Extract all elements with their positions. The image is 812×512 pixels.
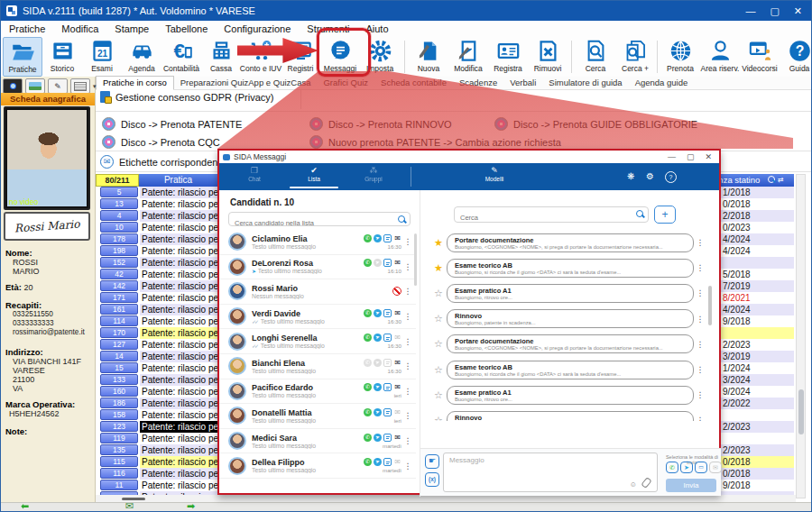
next-record-icon[interactable]: ➡	[187, 500, 195, 512]
row-pratica[interactable]: Patente: rilascio per	[140, 433, 217, 444]
tab[interactable]: Grafici Quiz	[317, 77, 374, 89]
template-search-input[interactable]	[455, 211, 623, 222]
disco-rinnovo-shortcut[interactable]: Disco -> Prenota RINNOVO	[309, 117, 452, 131]
table-row[interactable]: 142 Patente: rilascio per	[96, 280, 217, 292]
row-menu-icon[interactable]: ⋮	[401, 337, 414, 346]
template-menu-icon[interactable]: ⋮	[694, 365, 706, 374]
menu-item[interactable]: Tabellone	[157, 23, 216, 34]
candidate-row[interactable]: Medici Sara ➤ ✓✓ Testo ultimo messaggio …	[219, 429, 416, 454]
menu-item[interactable]: Pratiche	[1, 23, 53, 34]
row-pratica[interactable]: Patente: rilascio per	[140, 210, 217, 222]
row-number[interactable]: 160	[100, 386, 138, 397]
toolbar-button[interactable]: Cassa	[201, 37, 241, 77]
table-row[interactable]: 13 Patente: rilascio per	[96, 198, 217, 210]
menu-item[interactable]: Modifica	[53, 23, 106, 34]
send-button[interactable]: Invia	[666, 479, 716, 492]
table-row[interactable]: 198 Patente: rilascio per	[96, 245, 217, 257]
star-icon[interactable]: ★	[430, 262, 447, 274]
email-mode-button[interactable]: ✉	[709, 462, 722, 473]
tab[interactable]: Preparazioni QuizApp e QuizCasa	[174, 77, 318, 89]
row-number[interactable]: 158	[100, 409, 138, 420]
row-pratica[interactable]: Patente: rilascio per	[140, 362, 217, 374]
row-pratica[interactable]: Patente: rilascio per	[140, 292, 217, 304]
template-menu-icon[interactable]: ⋮	[694, 238, 706, 247]
chevron-down-icon[interactable]: ▾	[93, 83, 97, 90]
signature-icon[interactable]: ✎	[48, 78, 68, 94]
previous-record-icon[interactable]: ➡	[21, 500, 29, 512]
table-row[interactable]: 127 Patente: rilascio per	[96, 339, 217, 351]
row-number[interactable]: 114	[100, 315, 138, 326]
row-menu-icon[interactable]: ⋮	[401, 411, 414, 420]
row-number[interactable]: 178	[100, 233, 138, 244]
row-number[interactable]: 135	[100, 444, 138, 455]
emoji-icon[interactable]: ☺	[630, 480, 637, 489]
table-row[interactable]: 135 Patente: rilascio per	[96, 444, 217, 456]
row-pratica[interactable]: Patente: rilascio per	[140, 315, 217, 327]
template-search[interactable]	[454, 206, 649, 223]
candidate-row[interactable]: Longhi Serenella ➤ ✓✓ Testo ultimo messa…	[219, 329, 416, 354]
candidate-row[interactable]: DeLorenzi Rosa ➤ ✓✓ Testo ultimo messagg…	[219, 255, 416, 280]
template-card[interactable]: Rinnovo Buongiorno, patente in scadenza.…	[447, 309, 694, 328]
table-row[interactable]: 14 Patente: rilascio per	[96, 351, 217, 362]
row-menu-icon[interactable]: ⋮	[401, 361, 414, 370]
row-number[interactable]: 5	[100, 187, 138, 197]
row-number[interactable]: 133	[100, 374, 138, 385]
row-pratica[interactable]: Patente: rilascio per	[140, 339, 217, 351]
template-card[interactable]: Esame pratico A1 Buongiorno, ritrovo ore…	[447, 284, 694, 303]
column-header-pratica[interactable]: Pratica	[139, 174, 217, 187]
row-number[interactable]: 198	[100, 245, 138, 256]
star-icon[interactable]: ★	[430, 237, 447, 249]
candidate-row[interactable]: Dellea Filippo ➤ ✓✓ Testo ultimo messagg…	[219, 453, 416, 479]
row-number[interactable]: 119	[100, 433, 138, 443]
disco-cqc-shortcut[interactable]: Disco -> Prenota CQC	[102, 135, 220, 149]
table-row[interactable]: 116 Patente: rilascio per	[96, 468, 217, 480]
star-outline-icon[interactable]: ☆	[430, 389, 447, 401]
candidate-search[interactable]	[228, 212, 411, 226]
table-row[interactable]: 114 Patente: rilascio per	[96, 315, 217, 327]
star-outline-icon[interactable]: ☆	[430, 364, 447, 376]
row-pratica[interactable]: Patente: rilascio per	[140, 245, 217, 257]
row-pratica[interactable]: Patente: rilascio per	[140, 198, 217, 210]
candidate-row[interactable]: Pacifico Edardo ➤ ✓✓ Testo ultimo messag…	[219, 379, 416, 405]
candidate-row[interactable]: Bianchi Elena ➤ ✓✓ Testo ultimo messaggi…	[219, 354, 416, 379]
candidate-search-input[interactable]	[229, 217, 388, 227]
toolbar-button[interactable]: Rimuovi	[528, 37, 567, 77]
star-outline-icon[interactable]: ☆	[430, 415, 447, 421]
row-pratica[interactable]: Patente: rilascio per	[140, 409, 217, 421]
row-number[interactable]: 170	[100, 327, 138, 338]
table-row[interactable]: 4 Patente: rilascio per	[96, 210, 217, 222]
template-card[interactable]: Portare documentazione Buongiorno, <COGN…	[447, 334, 694, 353]
row-number[interactable]: 152	[100, 257, 138, 268]
template-list-scrollbar[interactable]	[708, 286, 712, 325]
horizontal-scrollbar[interactable]	[96, 495, 796, 502]
template-card[interactable]: Portare documentazione Buongiorno, <COGN…	[447, 233, 694, 252]
row-pratica[interactable]: Patente: rilascio per	[140, 187, 217, 198]
close-button[interactable]: ✕	[794, 5, 802, 17]
row-number[interactable]: 13	[100, 198, 138, 209]
tab[interactable]: Pratiche in corso	[96, 76, 174, 90]
vertical-scrollbar[interactable]	[796, 174, 806, 498]
table-row[interactable]: 115 Patente: rilascio per	[96, 456, 217, 468]
candidate-row[interactable]: Verdi Davide ➤ ✓✓ Testo ultimo messaggio…	[219, 305, 416, 330]
row-menu-icon[interactable]: ⋮	[401, 387, 414, 396]
row-number[interactable]: 142	[100, 280, 138, 291]
row-menu-icon[interactable]: ⋮	[401, 287, 414, 296]
row-pratica[interactable]: Patente: rilascio per	[140, 280, 217, 292]
disco-guide-shortcut[interactable]: Disco -> Prenota GUIDE OBBLIGATORIE	[494, 117, 697, 131]
image-icon[interactable]	[25, 78, 45, 94]
star-outline-icon[interactable]: ☆	[430, 338, 447, 350]
template-menu-icon[interactable]: ⋮	[694, 340, 706, 349]
row-pratica[interactable]: Patente: rilascio per	[140, 480, 217, 491]
toolbar-button[interactable]: Conto e IUV	[241, 37, 281, 77]
table-row[interactable]: 119 Patente: rilascio per	[96, 433, 217, 444]
row-pratica[interactable]: Patente: rilascio per	[140, 374, 217, 386]
table-row[interactable]: 10 Patente: rilascio per	[96, 222, 217, 233]
star-outline-icon[interactable]: ☆	[430, 313, 447, 325]
table-row[interactable]: 123 Patente: rilascio per	[96, 421, 217, 433]
tab-modelli[interactable]: ✎Modelli	[466, 165, 522, 182]
toolbar-button[interactable]: ? Guida	[780, 37, 812, 77]
template-card[interactable]: Esame teorico AB Buongiorno, si ricorda …	[447, 259, 694, 278]
menu-item[interactable]: Configurazione	[216, 23, 299, 34]
row-pratica[interactable]: Patente: rilascio per	[140, 233, 217, 245]
disco-patente-shortcut[interactable]: Disco -> Prenota PATENTE	[102, 117, 242, 131]
